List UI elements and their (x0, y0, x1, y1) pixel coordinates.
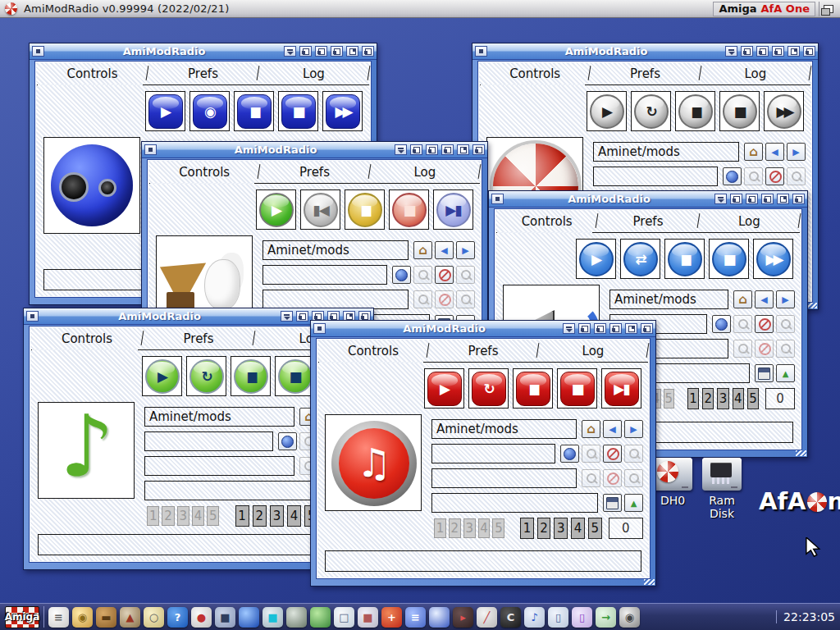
boing-ball-icon[interactable] (429, 607, 450, 628)
refresh-button[interactable]: ↻ (634, 94, 669, 129)
pause-button[interactable]: ▮▮ (668, 242, 702, 276)
refresh-button[interactable]: ↻ (189, 359, 224, 394)
cyan-monitor-icon[interactable]: ■ (262, 607, 283, 628)
close-gadget[interactable] (26, 311, 39, 322)
path-field[interactable]: Aminet/mods (593, 142, 739, 162)
path-field[interactable]: Aminet/mods (262, 240, 409, 260)
depth-gadget[interactable] (641, 323, 653, 334)
stop-button[interactable]: ■ (560, 372, 595, 406)
close-gadget[interactable] (32, 46, 44, 57)
depth-gadget[interactable] (594, 323, 606, 334)
depth-gadget[interactable] (803, 46, 815, 57)
search-small-button[interactable] (582, 445, 600, 463)
cancel-small-button[interactable] (765, 167, 784, 185)
window-titlebar[interactable]: AmiModRadio (472, 43, 818, 60)
tab-log[interactable]: Log (258, 63, 369, 84)
depth-gadget[interactable] (315, 46, 327, 57)
skipend-button[interactable]: ▶▮ (436, 193, 471, 227)
find-icon[interactable]: ○ (144, 607, 164, 628)
nav-right-small-button[interactable] (787, 143, 806, 161)
tab-prefs[interactable]: Prefs (148, 63, 258, 84)
depth-gadget[interactable] (792, 194, 805, 204)
stop-button[interactable]: ■ (723, 94, 757, 129)
text-field-3[interactable] (431, 468, 577, 488)
eject-small-button[interactable] (624, 494, 643, 512)
cancel-small-button[interactable] (755, 315, 774, 333)
search-small-button[interactable] (744, 167, 763, 185)
nav-left-small-button[interactable] (603, 420, 622, 438)
depth-gadget[interactable] (441, 144, 454, 155)
nav-left-small-button[interactable] (765, 143, 784, 161)
depth-gadget[interactable] (296, 311, 308, 322)
cancel-small-button[interactable] (603, 469, 622, 487)
number-button-1[interactable]: 1 (520, 518, 534, 539)
web-small-button[interactable] (278, 432, 297, 450)
save-small-button[interactable] (755, 364, 774, 382)
depth-gadget[interactable] (772, 46, 784, 57)
internet-sphere-icon[interactable] (239, 607, 259, 628)
skipend-button[interactable]: ▶▮ (605, 372, 639, 406)
zoom-gadget[interactable] (777, 194, 789, 204)
depth-gadget[interactable] (746, 194, 758, 204)
number-button-5[interactable]: 5 (747, 388, 759, 409)
play-button[interactable]: ▶ (145, 359, 180, 394)
ffwd-button[interactable]: ▶▶ (767, 94, 801, 129)
ffwd-button[interactable]: ▶▶ (756, 242, 791, 276)
text-field-3[interactable] (262, 290, 409, 309)
home-small-button[interactable] (582, 420, 600, 438)
audio-player-icon[interactable]: ♪ (524, 607, 545, 628)
stop-button[interactable]: ■ (712, 242, 746, 276)
skipback-button[interactable]: ▮◀ (304, 193, 338, 227)
close-gadget[interactable] (144, 144, 157, 155)
home-small-button[interactable] (413, 241, 432, 259)
search-small-button[interactable] (776, 340, 795, 358)
search-small-button[interactable] (787, 167, 806, 185)
window-titlebar[interactable]: AmiModRadio (311, 321, 655, 337)
window-titlebar[interactable]: AmiModRadio (489, 191, 807, 208)
pause-button[interactable]: ▮▮ (678, 94, 713, 129)
window-export-icon[interactable]: → (596, 607, 616, 628)
window-titlebar[interactable]: AmiModRadio (142, 142, 487, 158)
play-button[interactable]: ▶ (259, 193, 294, 227)
dark-tool-icon[interactable]: ▸ (453, 607, 473, 628)
cd-burner-icon[interactable]: ◉ (72, 607, 93, 628)
desktop-icon-ramdisk[interactable]: Ram Disk (696, 458, 748, 520)
briefcase-icon[interactable]: ▬ (96, 607, 116, 628)
home-small-button[interactable] (733, 290, 752, 308)
tab-log[interactable]: Log (699, 211, 800, 232)
depth-gadget[interactable] (426, 144, 438, 155)
pause-button[interactable]: ▮▮ (348, 193, 382, 227)
depth-gadget[interactable] (741, 46, 753, 57)
close-gadget[interactable] (491, 194, 504, 204)
window-titlebar[interactable]: AmiModRadio (30, 43, 377, 60)
clipboard-icon[interactable]: ▯ (548, 607, 568, 628)
number-button-3[interactable]: 3 (717, 388, 728, 409)
close-gadget[interactable] (313, 323, 326, 334)
play-button[interactable]: ▶ (590, 94, 624, 129)
text-field-3[interactable] (144, 456, 294, 476)
nav-left-small-button[interactable] (755, 290, 774, 308)
path-field[interactable]: Aminet/mods (144, 407, 294, 427)
nav-left-small-button[interactable] (435, 241, 454, 259)
toolbox-icon[interactable]: + (381, 607, 402, 628)
commodore-icon[interactable]: C (500, 607, 521, 628)
search-small-button[interactable] (582, 469, 600, 487)
depth-gadget[interactable] (609, 323, 622, 334)
number-button-4[interactable]: 4 (287, 505, 301, 527)
play-button[interactable]: ▶ (579, 242, 614, 276)
pause-button[interactable]: ▮▮ (234, 359, 268, 394)
number-button-3[interactable]: 3 (554, 518, 568, 539)
cancel-small-button[interactable] (755, 340, 774, 358)
iconify-gadget[interactable] (725, 46, 737, 57)
screen-depth-gadget[interactable] (819, 2, 837, 16)
home-small-button[interactable] (744, 143, 763, 161)
text-field-2[interactable] (431, 444, 555, 463)
record-button[interactable]: ◉ (193, 94, 227, 129)
help-icon[interactable]: ? (167, 607, 188, 628)
web-small-button[interactable] (723, 167, 742, 185)
web-small-button[interactable] (712, 315, 731, 333)
search-small-button[interactable] (624, 469, 643, 487)
depth-gadget[interactable] (299, 46, 312, 57)
depth-gadget[interactable] (362, 46, 374, 57)
tab-controls[interactable]: Controls (480, 63, 590, 84)
